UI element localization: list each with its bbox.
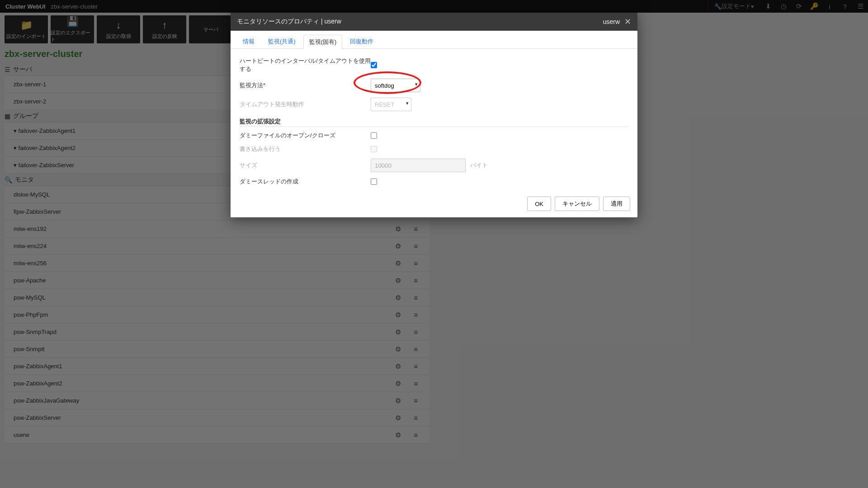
- close-icon[interactable]: ✕: [624, 17, 631, 27]
- label-method: 監視方法*: [240, 81, 371, 89]
- checkbox-hb-use[interactable]: [371, 62, 377, 68]
- checkbox-do-write: [371, 146, 377, 152]
- input-size: [371, 159, 466, 172]
- tab-recovery[interactable]: 回復動作: [344, 34, 379, 48]
- label-hb-use: ハートビートのインターバル/タイムアウトを使用する: [240, 57, 371, 73]
- checkbox-dummy-file[interactable]: [371, 132, 377, 139]
- modal: モニタリソースのプロパティ | userw userw ✕ 情報 監視(共通) …: [231, 13, 637, 217]
- cancel-button[interactable]: キャンセル: [555, 197, 599, 211]
- label-dummy-file: ダミーファイルのオープン/クローズ: [240, 131, 371, 140]
- modal-tabs: 情報 監視(共通) 監視(固有) 回復動作: [231, 31, 637, 49]
- label-do-write: 書き込みを行う: [240, 145, 371, 153]
- modal-title: モニタリソースのプロパティ | userw: [237, 18, 341, 26]
- tab-monitor-specific[interactable]: 監視(固有): [303, 35, 343, 49]
- ok-button[interactable]: OK: [527, 197, 551, 211]
- tab-monitor-common[interactable]: 監視(共通): [262, 34, 302, 48]
- label-ext-hdr: 監視の拡張設定: [240, 114, 628, 127]
- tab-info[interactable]: 情報: [237, 34, 260, 48]
- apply-button[interactable]: 適用: [603, 197, 630, 211]
- modal-name-right: userw: [603, 18, 620, 25]
- label-size-unit: バイト: [470, 161, 488, 169]
- select-method[interactable]: softdog: [371, 79, 420, 92]
- label-timeout-action: タイムアウト発生時動作: [240, 100, 371, 108]
- label-size: サイズ: [240, 161, 371, 169]
- modal-header: モニタリソースのプロパティ | userw userw ✕: [231, 13, 637, 31]
- select-timeout-action: RESET: [371, 98, 411, 111]
- modal-overlay: モニタリソースのプロパティ | userw userw ✕ 情報 監視(共通) …: [0, 0, 868, 488]
- label-dummy-thread: ダミースレッドの作成: [240, 178, 371, 186]
- checkbox-dummy-thread[interactable]: [371, 178, 377, 185]
